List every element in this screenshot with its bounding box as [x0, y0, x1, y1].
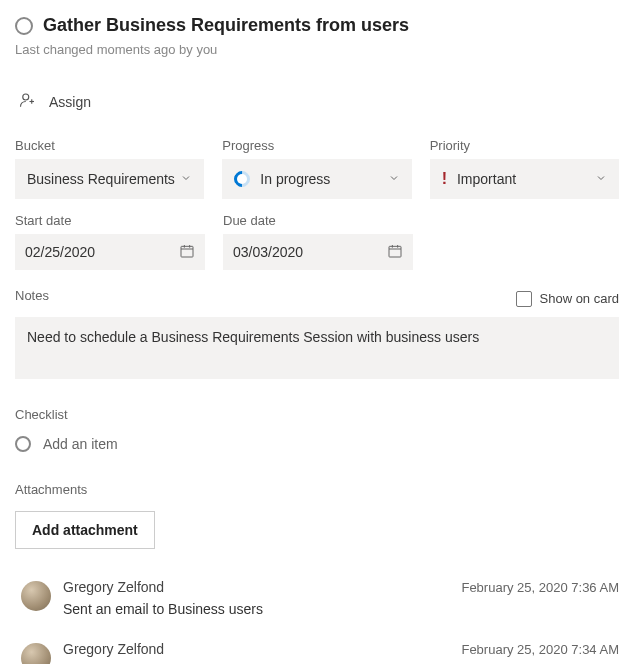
chevron-down-icon: [388, 171, 400, 187]
start-date-value: 02/25/2020: [25, 244, 95, 260]
attachments-label: Attachments: [15, 482, 619, 497]
progress-select[interactable]: In progress: [222, 159, 411, 199]
show-on-card-label: Show on card: [540, 291, 620, 306]
comment-timestamp: February 25, 2020 7:36 AM: [461, 580, 619, 595]
bucket-label: Bucket: [15, 138, 204, 153]
important-icon: !: [442, 170, 447, 188]
calendar-icon: [179, 243, 195, 262]
comment-author: Gregory Zelfond: [63, 641, 164, 657]
person-add-icon: [19, 91, 37, 112]
comment-text: Sent an email to Business users: [63, 601, 619, 617]
due-date-value: 03/03/2020: [233, 244, 303, 260]
svg-rect-7: [389, 246, 401, 257]
priority-select[interactable]: ! Important: [430, 159, 619, 199]
show-on-card-checkbox[interactable]: [516, 291, 532, 307]
checklist-label: Checklist: [15, 407, 619, 422]
svg-rect-3: [181, 246, 193, 257]
add-checklist-item-input[interactable]: Add an item: [15, 436, 619, 452]
priority-value: Important: [457, 171, 516, 187]
start-date-label: Start date: [15, 213, 205, 228]
complete-task-circle[interactable]: [15, 17, 33, 35]
add-item-placeholder: Add an item: [43, 436, 118, 452]
assign-button[interactable]: Assign: [15, 85, 619, 116]
due-date-input[interactable]: 03/03/2020: [223, 234, 413, 270]
notes-label: Notes: [15, 288, 49, 303]
add-attachment-button[interactable]: Add attachment: [15, 511, 155, 549]
comment-timestamp: February 25, 2020 7:34 AM: [461, 642, 619, 657]
notes-textarea[interactable]: Need to schedule a Business Requirements…: [15, 317, 619, 379]
comment-item: Gregory Zelfond February 25, 2020 7:34 A…: [15, 641, 619, 664]
chevron-down-icon: [180, 171, 192, 187]
avatar: [21, 643, 51, 664]
start-date-input[interactable]: 02/25/2020: [15, 234, 205, 270]
comment-author: Gregory Zelfond: [63, 579, 164, 595]
chevron-down-icon: [595, 171, 607, 187]
comment-item: Gregory Zelfond February 25, 2020 7:36 A…: [15, 579, 619, 617]
assign-label: Assign: [49, 94, 91, 110]
calendar-icon: [387, 243, 403, 262]
last-changed-text: Last changed moments ago by you: [15, 42, 619, 57]
progress-value: In progress: [260, 171, 330, 187]
priority-label: Priority: [430, 138, 619, 153]
checklist-circle-icon: [15, 436, 31, 452]
svg-point-0: [23, 94, 29, 100]
bucket-select[interactable]: Business Requirements: [15, 159, 204, 199]
task-title: Gather Business Requirements from users: [43, 15, 409, 36]
progress-label: Progress: [222, 138, 411, 153]
due-date-label: Due date: [223, 213, 413, 228]
avatar: [21, 581, 51, 611]
bucket-value: Business Requirements: [27, 171, 175, 187]
in-progress-icon: [231, 168, 254, 191]
